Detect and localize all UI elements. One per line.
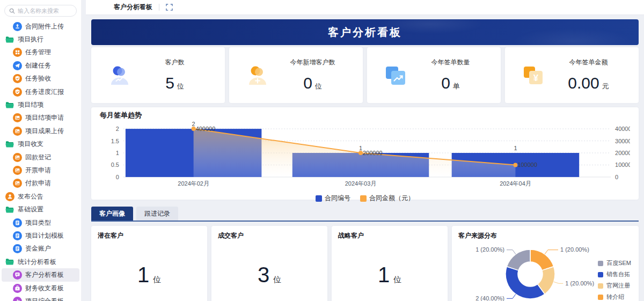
folder-icon bbox=[5, 35, 14, 44]
chart-up-blue-icon bbox=[383, 63, 408, 87]
photo-icon bbox=[13, 166, 22, 175]
sidebar-item[interactable]: 付款申请 bbox=[2, 177, 79, 190]
sidebar-item[interactable]: 项目结项 bbox=[2, 98, 79, 111]
bottom-section: 客户画像跟进记录 潜在客户 1位 成交客户 3位 战略客户 1位 客户来源分布 … bbox=[91, 207, 639, 301]
bottom-tab[interactable]: 跟进记录 bbox=[136, 207, 178, 221]
sidebar-item[interactable]: 任务进度汇报 bbox=[2, 85, 79, 98]
sidebar-item[interactable]: 合同附件上传 bbox=[2, 20, 79, 33]
legend-label: 合同金额（元） bbox=[369, 194, 414, 203]
bottom-cards-row: 潜在客户 1位 成交客户 3位 战略客户 1位 客户来源分布 1 (20.00%… bbox=[91, 226, 639, 301]
sidebar-item[interactable]: 任务验收 bbox=[2, 72, 79, 85]
sidebar-item-label: 项目结项申请 bbox=[25, 113, 64, 122]
sidebar-item[interactable]: 客户分析看板 bbox=[2, 268, 79, 281]
pie-chart-title: 客户来源分布 bbox=[458, 231, 632, 240]
card-title: 战略客户 bbox=[338, 231, 441, 240]
legend-item[interactable]: 合同金额（元） bbox=[360, 194, 414, 203]
card-customer-source: 客户来源分布 1 (20.00%)1 (20.00%)2 (40.00%)1 (… bbox=[452, 226, 639, 301]
fullscreen-icon[interactable] bbox=[166, 4, 173, 11]
sidebar-item-label: 项目成果上传 bbox=[25, 127, 64, 136]
svg-text:1: 1 bbox=[514, 145, 517, 151]
legend-swatch bbox=[598, 272, 603, 277]
legend-item[interactable]: 合同编号 bbox=[316, 194, 350, 203]
sidebar-item[interactable]: 开票申请 bbox=[2, 164, 79, 177]
sidebar-item[interactable]: 项目成果上传 bbox=[2, 124, 79, 137]
pie-legend-item[interactable]: 官网注册 bbox=[598, 282, 631, 290]
legend-swatch bbox=[598, 261, 603, 266]
svg-text:1.5: 1.5 bbox=[111, 138, 119, 144]
stat-card-amount: ¥ 今年签单金额 0.00元 bbox=[505, 47, 639, 103]
bottom-tabs: 客户画像跟进记录 bbox=[91, 207, 639, 222]
card-value: 1位 bbox=[98, 263, 201, 287]
pie-legend-item[interactable]: 销售自拓 bbox=[598, 270, 631, 278]
sidebar-item-label: 项目综合看板 bbox=[25, 297, 64, 301]
main-content: 客户分析看板 客户分析看板 客户数 5位 bbox=[86, 0, 644, 301]
user-add-orange-icon bbox=[245, 63, 270, 87]
sidebar-item-label: 任务管理 bbox=[25, 48, 51, 57]
sidebar-item-label: 任务验收 bbox=[25, 74, 51, 83]
sidebar-item[interactable]: 项目执行 bbox=[2, 33, 79, 46]
svg-text:200000: 200000 bbox=[363, 150, 383, 156]
legend-swatch bbox=[360, 195, 367, 202]
stat-label: 今年新增客户数 bbox=[270, 58, 355, 67]
svg-text:2: 2 bbox=[192, 121, 195, 127]
sidebar-search[interactable] bbox=[4, 5, 77, 17]
stat-value: 0.00元 bbox=[546, 74, 631, 92]
svg-text:2: 2 bbox=[116, 126, 119, 132]
sidebar-menu: 合同附件上传 项目执行任务管理创建任务任务验收任务进度汇报 项目结项项目结项申请… bbox=[0, 19, 81, 301]
pie-legend-item[interactable]: 转介绍 bbox=[598, 293, 631, 301]
doc-icon bbox=[13, 244, 22, 253]
trend-chart-card: 每月签单趋势 00.511.52010000020000030000040000… bbox=[91, 107, 639, 200]
legend-swatch bbox=[598, 295, 603, 300]
sidebar-item-label: 项目类型 bbox=[25, 218, 51, 227]
stat-value: 0单 bbox=[408, 74, 493, 92]
sidebar-item[interactable]: 项目计划模板 bbox=[2, 229, 79, 242]
stat-label: 今年签单数量 bbox=[408, 58, 493, 67]
search-input[interactable] bbox=[18, 8, 71, 14]
legend-swatch bbox=[316, 195, 322, 202]
doc-icon bbox=[13, 218, 22, 227]
upload-icon bbox=[13, 22, 22, 31]
sidebar-item[interactable]: 项目类型 bbox=[2, 216, 79, 229]
money-orange-icon: ¥ bbox=[521, 63, 546, 87]
sidebar-item-label: 资金账户 bbox=[25, 244, 51, 253]
sidebar-item[interactable]: 任务管理 bbox=[2, 46, 79, 59]
tabbar-divider bbox=[159, 4, 159, 11]
svg-text:2024年04月: 2024年04月 bbox=[500, 180, 531, 187]
sidebar-item-label: 合同附件上传 bbox=[25, 22, 64, 31]
card-value: 3位 bbox=[218, 263, 321, 287]
sidebar-item[interactable]: 创建任务 bbox=[2, 59, 79, 72]
sidebar-item[interactable]: 财务收支看板 bbox=[2, 282, 79, 295]
sidebar-item[interactable]: 项目结项申请 bbox=[2, 112, 79, 124]
folder-icon bbox=[5, 100, 14, 109]
open-tab-customer-analysis[interactable]: 客户分析看板 bbox=[114, 3, 152, 12]
pie-legend-item[interactable]: 百度SEM bbox=[598, 259, 631, 267]
sidebar-item[interactable]: 项目收支 bbox=[2, 138, 79, 151]
photo-icon bbox=[13, 179, 22, 188]
trend-chart: 00.511.520100000200000300000400000211400… bbox=[100, 120, 630, 193]
folder-icon bbox=[5, 205, 14, 214]
sidebar-item[interactable]: 基础设置 bbox=[2, 203, 79, 216]
sidebar-item[interactable]: 回款登记 bbox=[2, 151, 79, 164]
bottom-tab[interactable]: 客户画像 bbox=[91, 207, 133, 221]
person-icon bbox=[5, 192, 14, 201]
sidebar-item-label: 创建任务 bbox=[25, 61, 51, 70]
folder-icon bbox=[5, 140, 14, 149]
dashboard-scroll-area: 客户分析看板 客户数 5位 bbox=[86, 15, 644, 301]
top-tabbar: 客户分析看板 bbox=[86, 0, 644, 15]
sidebar-item[interactable]: 项目综合看板 bbox=[2, 295, 79, 301]
svg-text:2024年03月: 2024年03月 bbox=[345, 180, 377, 187]
stat-card-customers: 客户数 5位 bbox=[91, 47, 225, 103]
sidebar-item[interactable]: 发布公告 bbox=[2, 190, 79, 203]
svg-text:0: 0 bbox=[116, 174, 119, 180]
svg-text:2 (40.00%): 2 (40.00%) bbox=[475, 295, 504, 301]
sidebar-item[interactable]: 资金账户 bbox=[2, 243, 79, 255]
svg-text:¥: ¥ bbox=[533, 73, 539, 83]
sidebar-item-label: 发布公告 bbox=[18, 192, 43, 201]
sidebar-item[interactable]: 统计分析看板 bbox=[2, 255, 79, 268]
legend-label: 转介绍 bbox=[606, 293, 624, 301]
stat-label: 客户数 bbox=[132, 58, 217, 67]
briefcase-icon bbox=[13, 284, 22, 293]
photo-icon bbox=[13, 153, 22, 162]
legend-swatch bbox=[598, 283, 603, 289]
svg-text:1 (20.00%): 1 (20.00%) bbox=[565, 280, 594, 287]
